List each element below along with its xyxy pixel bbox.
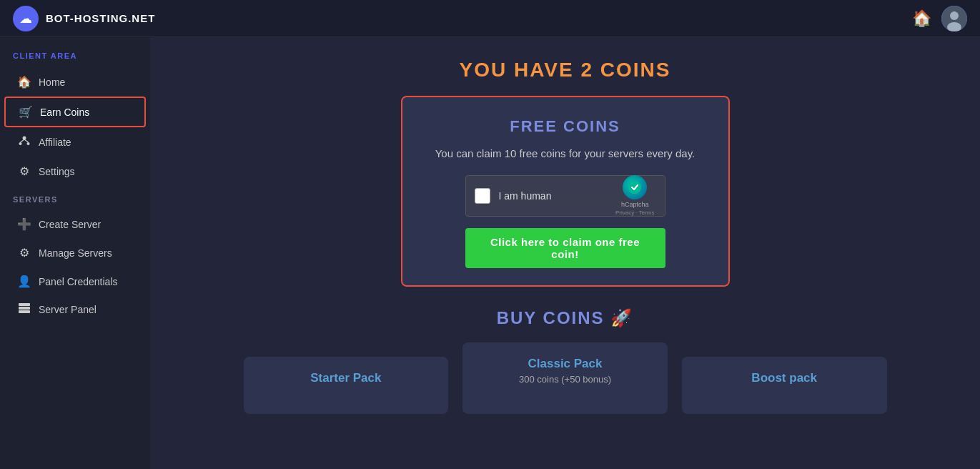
coins-count: 2: [580, 59, 593, 81]
sidebar-item-panel-credentials[interactable]: 👤 Panel Credentials: [4, 267, 146, 295]
hcaptcha-left: I am human: [475, 188, 552, 204]
free-coins-title: FREE COINS: [510, 117, 620, 136]
coins-title-suffix: COINS: [593, 59, 670, 81]
claim-button[interactable]: Click here to claim one free coin!: [465, 228, 665, 268]
svg-rect-8: [19, 303, 30, 306]
topnav-home-icon[interactable]: 🏠: [912, 9, 931, 28]
pack-card-starter[interactable]: Starter Pack: [244, 357, 449, 414]
svg-point-5: [27, 142, 30, 145]
sidebar-item-settings-label: Settings: [39, 166, 75, 177]
sidebar-item-affiliate-label: Affiliate: [39, 137, 71, 148]
pack-starter-name: Starter Pack: [310, 371, 381, 385]
pack-boost-name: Boost pack: [751, 371, 817, 385]
brand-name: BOT-HOSTING.NET: [46, 12, 155, 24]
panel-credentials-icon: 👤: [17, 275, 31, 288]
svg-point-3: [23, 137, 26, 140]
sidebar-item-earn-coins-label: Earn Coins: [40, 107, 89, 118]
hcaptcha-right: hCaptcha Privacy · Terms: [615, 175, 655, 216]
free-coins-description: You can claim 10 free coins for your ser…: [435, 146, 696, 162]
sidebar-item-server-panel[interactable]: Server Panel: [4, 296, 146, 323]
packs-row: Starter Pack Classic Pack 300 coins (+50…: [244, 342, 887, 414]
sidebar-section-client: CLIENT AREA: [0, 51, 150, 67]
svg-rect-10: [19, 310, 30, 313]
topnav: ☁ BOT-HOSTING.NET 🏠: [0, 0, 980, 37]
hcaptcha-links: Privacy · Terms: [615, 209, 655, 216]
topnav-left: ☁ BOT-HOSTING.NET: [13, 6, 155, 31]
manage-servers-icon: ⚙: [17, 246, 31, 260]
topnav-right: 🏠: [912, 6, 967, 31]
hcaptcha-label: I am human: [499, 190, 552, 202]
create-server-icon: ➕: [17, 217, 31, 231]
sidebar-item-manage-servers-label: Manage Servers: [39, 247, 112, 259]
sidebar-item-affiliate[interactable]: Affiliate: [4, 128, 146, 157]
svg-line-7: [24, 139, 29, 142]
sidebar-item-settings[interactable]: ⚙ Settings: [4, 157, 146, 185]
free-coins-card: FREE COINS You can claim 10 free coins f…: [401, 96, 730, 287]
hcaptcha-checkbox[interactable]: [475, 188, 490, 204]
sidebar-item-create-server-label: Create Server: [39, 219, 101, 230]
svg-line-6: [21, 139, 25, 142]
coins-title-prefix: YOU HAVE: [460, 59, 581, 81]
pack-classic-name: Classic Pack: [528, 357, 603, 371]
hcaptcha-widget[interactable]: I am human hCaptcha Privacy · Terms: [465, 175, 665, 217]
sidebar-section-servers: SERVERS: [0, 195, 150, 209]
hcaptcha-logo: [623, 175, 647, 199]
svg-point-4: [19, 142, 22, 145]
coins-title: YOU HAVE 2 COINS: [460, 59, 671, 82]
pack-classic-coins: 300 coins (+50 bonus): [519, 374, 611, 385]
sidebar: CLIENT AREA 🏠 Home 🛒 Earn Coins Affiliat…: [0, 37, 150, 469]
svg-point-1: [950, 11, 959, 20]
home-icon: 🏠: [17, 75, 31, 89]
pack-card-classic[interactable]: Classic Pack 300 coins (+50 bonus): [462, 342, 668, 414]
avatar[interactable]: [941, 6, 967, 31]
pack-card-boost[interactable]: Boost pack: [682, 357, 887, 414]
logo-icon: ☁: [13, 6, 39, 31]
sidebar-item-manage-servers[interactable]: ⚙ Manage Servers: [4, 239, 146, 267]
sidebar-item-home[interactable]: 🏠 Home: [4, 68, 146, 96]
main-content: YOU HAVE 2 COINS FREE COINS You can clai…: [150, 37, 980, 469]
sidebar-item-server-panel-label: Server Panel: [39, 304, 96, 315]
hcaptcha-brand-label: hCaptcha: [621, 201, 649, 208]
earn-coins-icon: 🛒: [19, 105, 33, 119]
settings-icon: ⚙: [17, 164, 31, 178]
sidebar-item-home-label: Home: [39, 76, 65, 88]
svg-rect-9: [19, 307, 30, 310]
buy-coins-title: BUY COINS 🚀: [497, 308, 634, 328]
server-panel-icon: [17, 303, 31, 316]
sidebar-item-panel-credentials-label: Panel Credentials: [39, 276, 118, 287]
affiliate-icon: [17, 135, 31, 149]
sidebar-item-earn-coins[interactable]: 🛒 Earn Coins: [4, 97, 146, 127]
sidebar-item-create-server[interactable]: ➕ Create Server: [4, 210, 146, 238]
